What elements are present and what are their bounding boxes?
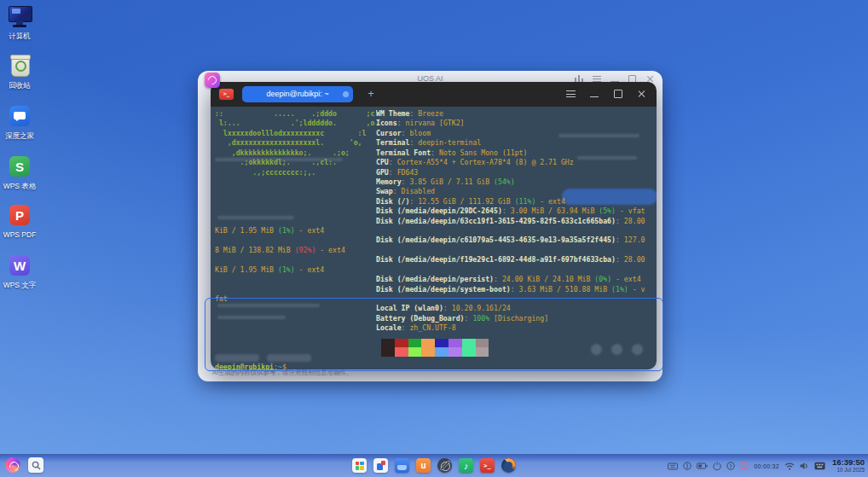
tray-battery[interactable] [697,462,708,469]
terminal-palette-swatch [448,339,462,347]
terminal-maximize-icon[interactable] [614,90,622,98]
terminal-line: GPU: FD643 [376,168,655,177]
chevron-circle-icon [726,462,735,470]
desktop-icon-deepin-home[interactable]: 深度之家 [0,102,39,140]
new-tab-button[interactable]: + [362,86,379,102]
terminal-palette-swatch [408,339,422,347]
tray-session[interactable] [726,462,735,470]
clock-time: 16:39:50 [832,458,865,467]
terminal-menu-icon[interactable] [566,90,576,98]
wps-sheet-icon: S [6,153,33,180]
terminal-line: Disk (/media/deepin/29DC-2645): 3.00 MiB… [376,207,655,215]
terminal-line: KiB / 1.95 MiB (1%) - ext4 [215,265,655,274]
taskbar-app-grid[interactable] [352,458,367,473]
terminal-palette-swatch [395,339,408,347]
app-store-icon: u [420,461,425,470]
taskbar-app-store[interactable]: u [416,458,431,473]
tray-bluetooth[interactable] [683,462,692,470]
terminal-palette-swatch [462,347,476,356]
terminal-line: Disk (/media/deepin/system-boot): 3.63 M… [376,285,655,294]
tray-wifi[interactable] [784,462,795,470]
deepin-home-icon [6,102,33,130]
keyboard-icon [668,462,678,470]
terminal-palette-swatch [408,347,422,356]
bluetooth-icon [683,462,692,470]
search-button[interactable] [28,457,43,473]
tray-volume[interactable] [800,462,809,470]
terminal-palette-swatch [435,339,448,347]
terminal-app-icon: >_ [219,89,234,100]
tray-input-method[interactable] [814,462,825,470]
wps-pdf-icon: P [6,201,33,229]
desktop-icon-trash[interactable]: 回收站 [0,52,39,90]
terminal-line: WM Theme: Breeze [376,109,655,118]
wps-writer-icon: W [6,252,33,279]
trash-icon [6,52,33,79]
terminal-content[interactable]: :: ..... .;dddo ;c l:... .';ldddddo. ,o … [211,107,657,369]
desktop-icon-wps-pdf[interactable]: P WPS PDF [0,201,39,239]
terminal-line: deepin@rubikpi:~$ [215,363,655,369]
desktop-icon-label: 回收站 [0,81,39,90]
tray-screen-recorder[interactable] [740,462,749,470]
terminal-palette-swatch [462,339,476,347]
terminal-tab[interactable]: deepin@rubikpi: ~ [242,86,353,102]
terminal-line: Disk (/): 12.55 GiB / 111.92 GiB (11%) -… [376,197,655,206]
terminal-window: >_ deepin@rubikpi: ~ + :: [211,82,657,369]
terminal-output: :: ..... .;dddo ;c l:... .';ldddddo. ,o … [211,107,657,369]
terminal-line: Terminal: deepin-terminal [376,138,655,147]
taskbar-music[interactable]: ♪ [459,458,473,473]
terminal-line: fat [215,294,655,303]
terminal-close-icon[interactable] [637,90,646,98]
ai-disclaimer-text: AI生成的内容仅供参考，请注意甄别信息准确性。 [212,369,353,377]
input-keyboard-icon [814,462,825,470]
uos-ai-assistant-icon[interactable] [205,73,220,88]
taskbar: u ♪ >_ 00:00:32 [0,454,868,477]
terminal-palette-swatch [448,347,462,356]
power-icon [713,462,721,470]
volume-icon [800,462,809,470]
taskbar-terminal[interactable]: >_ [480,458,495,473]
desktop-icon-wps-writer[interactable]: W WPS 文字 [0,252,39,289]
wifi-icon [784,462,795,470]
music-note-icon: ♪ [464,461,469,471]
desktop-icon-label: WPS PDF [0,230,39,239]
taskbar-security-center[interactable] [373,458,388,473]
terminal-palette-swatch [381,347,395,356]
terminal-line: Icons: nirvana [GTK2] [376,119,655,127]
taskbar-control-center[interactable] [437,458,452,473]
terminal-line: Disk (/media/deepin/persist): 24.00 KiB … [376,275,655,283]
search-icon [32,461,41,470]
terminal-line: Disk (/media/deepin/f19e29c1-6892-44d8-a… [376,255,655,264]
app-grid-icon [356,462,364,470]
recording-timer: 00:00:32 [754,463,779,469]
desktop-icon-label: WPS 文字 [0,281,39,289]
taskbar-firefox[interactable] [501,458,516,473]
desktop-icon-wps-sheet[interactable]: S WPS 表格 [0,153,39,190]
terminal-titlebar[interactable]: >_ deepin@rubikpi: ~ + [211,82,657,107]
tray-onboard-keyboard[interactable] [668,462,678,470]
record-icon [740,462,749,470]
terminal-palette-swatch [476,347,489,356]
clock-date: 10 Jul 2025 [832,468,865,473]
terminal-palette-swatch [476,339,489,347]
terminal-palette-swatch [421,339,435,347]
terminal-line: Swap: Disabled [376,187,655,195]
taskbar-file-manager[interactable] [395,458,409,473]
launcher-icon[interactable] [5,457,20,473]
terminal-minimize-icon[interactable] [590,90,599,98]
computer-icon [6,3,33,30]
desktop-icon-computer[interactable]: 计算机 [0,3,39,40]
terminal-line: 8 MiB / 138.82 MiB (92%) - ext4 [215,246,655,254]
terminal-line: CPU: Cortex-A55*4 + Cortex-A78*4 (8) @ 2… [376,158,655,166]
terminal-palette-swatch [421,347,435,356]
tray-power[interactable] [713,462,721,470]
tab-close-icon[interactable] [343,91,349,97]
terminal-line: Memory: 3.85 GiB / 7.11 GiB (54%) [376,177,655,186]
terminal-palette-swatch [435,347,448,356]
terminal-palette-swatch [395,347,408,356]
terminal-line: Local IP (wlan0): 10.20.9.161/24 [376,304,655,312]
battery-icon [697,462,708,469]
taskbar-clock[interactable]: 16:39:50 10 Jul 2025 [832,458,865,473]
terminal-palette-swatch [381,339,395,347]
desktop-icon-label: 计算机 [0,32,39,40]
